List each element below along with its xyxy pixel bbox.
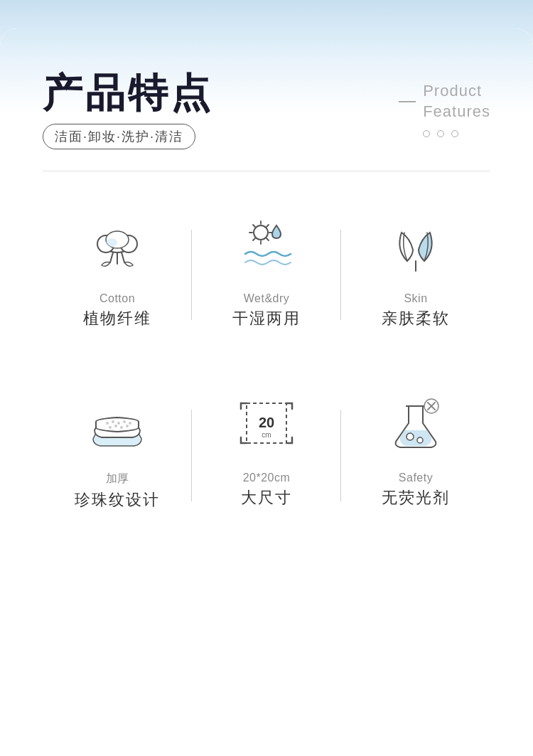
dots-row: [423, 130, 458, 137]
features-row-2: 加厚 珍珠纹设计 20 cm: [43, 379, 490, 532]
svg-point-21: [123, 420, 126, 423]
svg-point-20: [117, 422, 120, 425]
svg-line-14: [266, 225, 269, 227]
cotton-icon: [85, 214, 149, 278]
svg-text:20: 20: [259, 415, 274, 430]
svg-line-13: [253, 225, 255, 227]
skin-icon: [384, 214, 448, 278]
wet-dry-icon: [235, 214, 298, 278]
size-icon: 20 cm: [235, 393, 298, 457]
dot-3: [451, 130, 458, 137]
feature-skin: Skin 亲肤柔软: [341, 200, 490, 351]
cotton-cn-label: 植物纤维: [83, 308, 151, 329]
feature-safety: Safety 无荧光剂: [341, 379, 490, 532]
svg-line-15: [253, 238, 255, 240]
svg-point-18: [106, 422, 109, 425]
thick-en-label: 加厚: [106, 472, 129, 486]
svg-point-31: [407, 433, 414, 440]
title-right: Product Features: [399, 81, 490, 137]
subtitle-tag: 洁面·卸妆·洗护·清洁: [43, 124, 195, 149]
safety-cn-label: 无荧光剂: [382, 487, 450, 509]
skin-en-label: Skin: [404, 292, 427, 305]
wetdry-en-label: Wet&dry: [244, 292, 290, 305]
size-cn-label: 大尺寸: [241, 487, 292, 509]
svg-point-4: [106, 238, 117, 247]
dot-2: [437, 130, 444, 137]
svg-point-19: [112, 420, 114, 423]
svg-point-25: [120, 426, 123, 429]
feature-size: 20 cm 20*20cm 大尺寸: [192, 379, 341, 532]
header-section: 产品特点 洁面·卸妆·洗护·清洁 Product Features: [43, 71, 490, 149]
thick-icon: [85, 393, 149, 457]
feature-cotton: Cotton 植物纤维: [43, 200, 192, 351]
svg-point-24: [114, 425, 117, 427]
feature-thick: 加厚 珍珠纹设计: [43, 379, 192, 532]
divider: [43, 171, 490, 171]
title-left: 产品特点 洁面·卸妆·洗护·清洁: [43, 71, 213, 149]
product-features-label: Product Features: [399, 81, 490, 122]
content: 产品特点 洁面·卸妆·洗护·清洁 Product Features: [0, 28, 533, 560]
svg-point-32: [417, 437, 423, 443]
page-wrapper: 产品特点 洁面·卸妆·洗护·清洁 Product Features: [0, 28, 533, 756]
wetdry-cn-label: 干湿两用: [232, 308, 301, 329]
dot-1: [423, 130, 430, 137]
size-en-label: 20*20cm: [243, 472, 291, 484]
en-title-line2: Features: [423, 102, 490, 122]
skin-cn-label: 亲肤柔软: [382, 308, 450, 329]
cotton-en-label: Cotton: [99, 292, 135, 305]
main-title: 产品特点: [43, 71, 213, 115]
features-row-1: Cotton 植物纤维: [43, 200, 490, 351]
feature-wet-dry: Wet&dry 干湿两用: [192, 200, 341, 351]
svg-point-8: [254, 225, 268, 240]
svg-point-22: [129, 422, 131, 425]
svg-line-5: [110, 252, 113, 262]
svg-point-26: [126, 425, 129, 427]
svg-point-23: [109, 426, 112, 429]
svg-line-6: [122, 252, 124, 262]
en-title-line1: Product: [423, 81, 482, 102]
safety-en-label: Safety: [399, 472, 433, 484]
dash-icon: [399, 101, 416, 102]
svg-text:cm: cm: [262, 431, 271, 439]
thick-cn-label: 珍珠纹设计: [75, 489, 160, 511]
safety-icon: [384, 393, 448, 457]
svg-line-16: [266, 238, 269, 240]
